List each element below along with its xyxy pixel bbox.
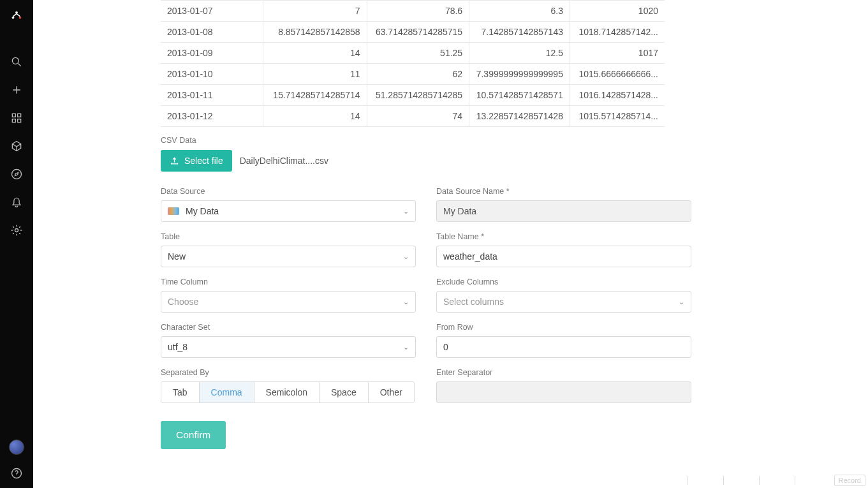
table-cell: 1015.6666666666... [570,64,665,85]
table-row: 2013-01-1011627.39999999999999951015.666… [161,64,665,85]
table-select[interactable]: New ⌄ [161,246,416,267]
data-source-icon [168,207,179,215]
svg-point-9 [15,229,18,232]
bell-icon[interactable] [10,195,24,209]
character-set-label: Character Set [161,323,416,332]
table-cell: 11 [263,64,367,85]
help-icon[interactable] [10,466,24,480]
selected-filename: DailyDelhiClimat....csv [240,156,328,166]
table-cell: 2013-01-10 [161,64,263,85]
separator-segment-group: Tab Comma Semicolon Space Other [161,381,415,403]
data-source-select[interactable]: My Data ⌄ [161,200,416,222]
table-cell: 78.6 [367,1,469,22]
table-cell: 2013-01-11 [161,85,263,106]
record-button[interactable]: Record [834,475,865,486]
table-cell: 2013-01-07 [161,1,263,22]
separator-other[interactable]: Other [369,382,414,403]
table-cell: 12.5 [469,43,570,64]
status-slot [688,476,723,485]
explore-icon[interactable] [10,167,24,181]
table-cell: 62 [367,64,469,85]
chevron-down-icon: ⌄ [403,298,409,306]
table-row: 2013-01-091451.2512.51017 [161,43,665,64]
table-cell: 7.142857142857143 [469,22,570,43]
status-slot [795,476,830,485]
chevron-down-icon: ⌄ [403,343,409,351]
table-cell: 1018.7142857142... [570,22,665,43]
from-row-label: From Row [436,323,691,332]
cube-icon[interactable] [10,139,24,153]
table-cell: 1017 [570,43,665,64]
svg-point-2 [19,17,22,19]
svg-point-3 [12,57,18,64]
table-name-input[interactable] [436,246,691,267]
table-cell: 8.857142857142858 [263,22,367,43]
data-source-name-input: My Data [436,200,691,222]
chevron-down-icon: ⌄ [403,207,409,216]
sidebar [0,0,33,488]
select-file-label: Select file [184,156,223,166]
table-cell: 63.714285714285715 [367,22,469,43]
table-row: 2013-01-1115.71428571428571451.285714285… [161,85,665,106]
table-name-label: Table Name * [436,232,691,241]
table-cell: 7.3999999999999995 [469,64,570,85]
table-cell: 13.228571428571428 [469,106,570,127]
separator-space[interactable]: Space [320,382,369,403]
avatar[interactable] [9,440,24,455]
settings-icon[interactable] [10,223,24,237]
dashboard-icon[interactable] [10,111,24,125]
chevron-down-icon: ⌄ [403,253,409,261]
data-source-label: Data Source [161,187,416,196]
table-cell: 1020 [570,1,665,22]
separator-semicolon[interactable]: Semicolon [254,382,320,403]
table-cell: 1016.1428571428... [570,85,665,106]
svg-point-0 [15,11,18,14]
table-cell: 10.571428571428571 [469,85,570,106]
svg-rect-4 [12,114,15,117]
from-row-input[interactable] [436,336,691,358]
enter-separator-label: Enter Separator [436,368,691,377]
svg-rect-7 [18,119,21,122]
separated-by-label: Separated By [161,368,416,377]
chevron-down-icon: ⌄ [679,298,684,306]
status-slot [759,476,795,485]
csv-data-label: CSV Data [161,136,696,145]
exclude-columns-select[interactable]: Select columns ⌄ [436,291,691,313]
svg-rect-5 [18,114,21,117]
table-cell: 14 [263,106,367,127]
confirm-button[interactable]: Confirm [161,421,226,449]
table-cell: 7 [263,1,367,22]
time-column-label: Time Column [161,277,416,286]
separator-tab[interactable]: Tab [161,382,200,403]
table-cell: 2013-01-09 [161,43,263,64]
svg-rect-6 [12,119,15,122]
data-preview-table: 2013-01-07778.66.310202013-01-088.857142… [161,0,665,127]
table-row: 2013-01-12147413.2285714285714281015.571… [161,106,665,127]
table-cell: 2013-01-08 [161,22,263,43]
table-label: Table [161,232,416,241]
table-cell: 51.25 [367,43,469,64]
search-icon[interactable] [10,55,24,69]
table-row: 2013-01-088.85714285714285863.7142857142… [161,22,665,43]
table-cell: 74 [367,106,469,127]
data-source-name-label: Data Source Name * [436,187,691,196]
enter-separator-input [436,381,691,403]
exclude-columns-label: Exclude Columns [436,277,691,286]
status-bar: Record [33,473,868,488]
table-cell: 1015.5714285714... [570,106,665,127]
separator-comma[interactable]: Comma [200,382,254,403]
add-icon[interactable] [10,83,24,97]
table-cell: 14 [263,43,367,64]
status-slot [723,476,759,485]
table-cell: 6.3 [469,1,570,22]
app-logo [10,9,24,23]
svg-point-8 [12,170,22,179]
svg-point-1 [12,17,15,19]
time-column-select[interactable]: Choose ⌄ [161,291,416,313]
table-cell: 15.714285714285714 [263,85,367,106]
character-set-select[interactable]: utf_8 ⌄ [161,336,416,358]
table-cell: 2013-01-12 [161,106,263,127]
select-file-button[interactable]: Select file [161,150,232,172]
table-cell: 51.285714285714285 [367,85,469,106]
table-row: 2013-01-07778.66.31020 [161,1,665,22]
